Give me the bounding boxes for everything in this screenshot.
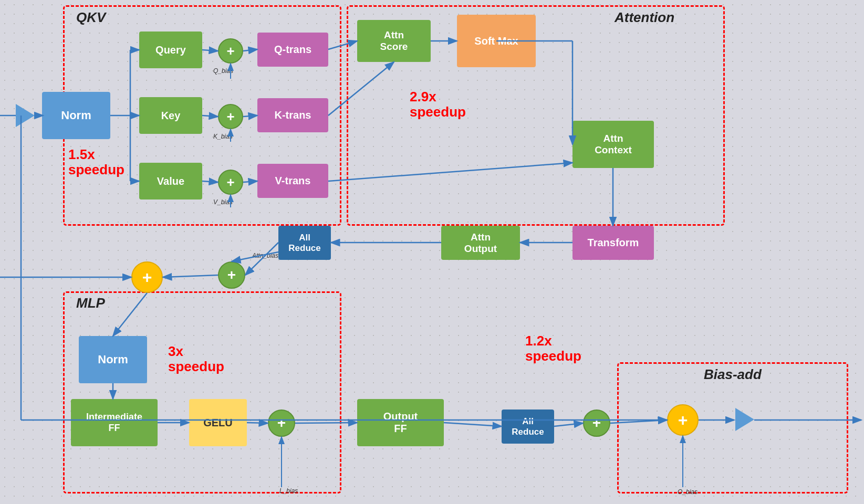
gelu-block: GELU: [189, 399, 247, 446]
norm-bottom-block: Norm: [79, 336, 147, 383]
speedup-3: 3x speedup: [168, 344, 224, 374]
q-bias-label: Q_bias: [213, 67, 233, 75]
svg-line-33: [444, 423, 502, 426]
key-block: Key: [139, 97, 202, 134]
mlp-section-border: [63, 291, 341, 494]
attn-output-block: Attn Output: [441, 226, 520, 260]
k-trans-block: K-trans: [257, 98, 328, 132]
l-bias-label: L_bias: [279, 487, 298, 495]
query-block: Query: [139, 32, 202, 68]
v-bias-label: V_bias: [213, 198, 233, 206]
svg-line-27: [163, 275, 218, 277]
speedup-29: 2.9x speedup: [410, 89, 466, 119]
speedup-15: 1.5x speedup: [68, 147, 124, 177]
attn-score-block: Attn Score: [357, 20, 431, 62]
attn-bias-label: Attn_bias: [252, 252, 278, 259]
speedup-12: 1.2x speedup: [525, 333, 581, 363]
all-reduce-bottom-block: All Reduce: [502, 410, 554, 444]
mid-green-plus: +: [218, 261, 245, 289]
bottom-green-plus: +: [583, 410, 610, 437]
intermediate-ff-block: Intermediate FF: [71, 399, 158, 446]
mid-yellow-plus: +: [131, 261, 163, 293]
norm-top-block: Norm: [42, 92, 110, 139]
soft-max-block: Soft Max: [457, 15, 536, 67]
svg-line-34: [554, 423, 583, 426]
value-block: Value: [139, 163, 202, 200]
diagram: QKV Attention MLP Bias-add Norm Query Ke…: [0, 0, 864, 504]
q-plus-circle: +: [218, 38, 243, 64]
gelu-plus-circle: +: [268, 410, 295, 437]
attention-label: Attention: [615, 9, 674, 26]
input-arrow-triangle: [16, 104, 35, 127]
o-bias-label: O_bias: [678, 488, 698, 496]
mlp-label: MLP: [76, 295, 105, 311]
all-reduce-top-block: All Reduce: [278, 226, 331, 260]
attn-context-block: Attn Context: [572, 121, 654, 168]
output-ff-block: Output FF: [357, 399, 444, 446]
bottom-yellow-plus: +: [667, 404, 699, 436]
transform-block: Transform: [572, 226, 654, 260]
output-arrow-triangle: [735, 408, 754, 431]
k-plus-circle: +: [218, 104, 243, 129]
qkv-label: QKV: [76, 9, 106, 26]
k-bias-label: K_bias: [213, 133, 233, 140]
v-trans-block: V-trans: [257, 164, 328, 198]
v-plus-circle: +: [218, 170, 243, 195]
q-trans-block: Q-trans: [257, 33, 328, 67]
bias-add-label: Bias-add: [704, 366, 762, 383]
